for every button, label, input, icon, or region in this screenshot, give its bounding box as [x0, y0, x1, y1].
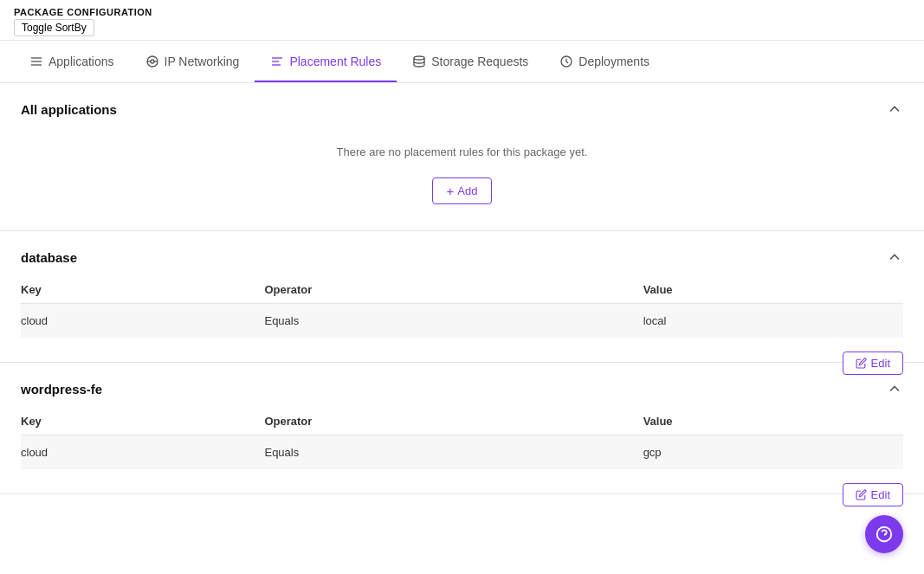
clock-icon [559, 55, 573, 68]
chevron-up-icon[interactable] [886, 100, 903, 118]
tab-ip-networking-label: IP Networking [165, 55, 240, 68]
database-col-value: Value [643, 276, 903, 304]
tab-ip-networking[interactable]: IP Networking [130, 41, 255, 82]
database-col-key: Key [21, 276, 264, 304]
database-row-operator: Equals [264, 304, 643, 339]
database-section-actions: Edit [21, 338, 903, 345]
wordpress-fe-col-key: Key [21, 408, 264, 435]
wordpress-fe-table: Key Operator Value cloud Equals gcp [21, 408, 903, 469]
wordpress-fe-row-key: cloud [21, 435, 264, 470]
empty-state-all-applications: There are no placement rules for this pa… [21, 128, 903, 213]
wordpress-fe-col-value: Value [643, 408, 903, 435]
network-icon [145, 55, 159, 68]
toggle-sortby-button[interactable]: Toggle SortBy [14, 19, 94, 36]
chevron-up-icon-wordpress-fe[interactable] [886, 380, 903, 397]
wordpress-fe-row-operator: Equals [264, 435, 643, 470]
wordpress-fe-row-value: gcp [643, 435, 903, 470]
database-edit-label: Edit [871, 357, 890, 370]
section-all-applications: All applications There are no placement … [0, 83, 924, 231]
pencil-icon [856, 358, 867, 369]
section-wordpress-fe-header: wordpress-fe [21, 380, 903, 397]
section-database-header: database [21, 248, 903, 266]
database-table: Key Operator Value cloud Equals local [21, 276, 903, 338]
list-icon [29, 55, 43, 68]
storage-icon [412, 55, 426, 68]
chevron-up-icon-database[interactable] [886, 248, 903, 266]
section-all-applications-header: All applications [21, 100, 903, 118]
pencil-icon-2 [856, 489, 867, 500]
tab-placement-rules[interactable]: Placement Rules [255, 41, 397, 82]
section-wordpress-fe: wordpress-fe Key Operator Value cloud Eq… [0, 363, 924, 494]
page-title: PACKAGE CONFIGURATION [14, 7, 910, 17]
database-row-key: cloud [21, 304, 264, 339]
placement-icon [270, 55, 284, 68]
database-edit-button[interactable]: Edit [843, 351, 903, 375]
svg-point-10 [414, 56, 424, 60]
svg-point-3 [151, 60, 154, 63]
tab-deployments-label: Deployments [578, 55, 649, 68]
tab-applications[interactable]: Applications [14, 41, 130, 82]
wordpress-fe-edit-button[interactable]: Edit [843, 483, 903, 506]
top-bar: PACKAGE CONFIGURATION Toggle SortBy [0, 0, 924, 41]
table-row: cloud Equals local [21, 304, 903, 339]
wordpress-fe-col-operator: Operator [264, 408, 643, 435]
section-all-applications-title: All applications [21, 102, 117, 117]
tab-storage-requests-label: Storage Requests [431, 55, 528, 68]
section-database-title: database [21, 250, 77, 265]
tab-bar: Applications IP Networking Placement Rul… [0, 41, 924, 83]
table-row: cloud Equals gcp [21, 435, 903, 470]
wordpress-fe-edit-label: Edit [871, 488, 890, 501]
section-wordpress-fe-title: wordpress-fe [21, 382, 102, 397]
tab-applications-label: Applications [48, 55, 114, 68]
wordpress-fe-section-actions: Edit [21, 469, 903, 476]
main-content: All applications There are no placement … [0, 83, 924, 494]
add-placement-rule-button[interactable]: + Add [432, 177, 493, 204]
add-label: Add [457, 184, 477, 197]
tab-storage-requests[interactable]: Storage Requests [397, 41, 544, 82]
tab-deployments[interactable]: Deployments [544, 41, 665, 82]
plus-icon: + [447, 184, 455, 198]
tab-placement-rules-label: Placement Rules [289, 55, 381, 68]
section-database: database Key Operator Value cloud Equals… [0, 231, 924, 363]
empty-state-text: There are no placement rules for this pa… [21, 145, 903, 158]
database-row-value: local [643, 304, 903, 339]
database-col-operator: Operator [264, 276, 643, 304]
